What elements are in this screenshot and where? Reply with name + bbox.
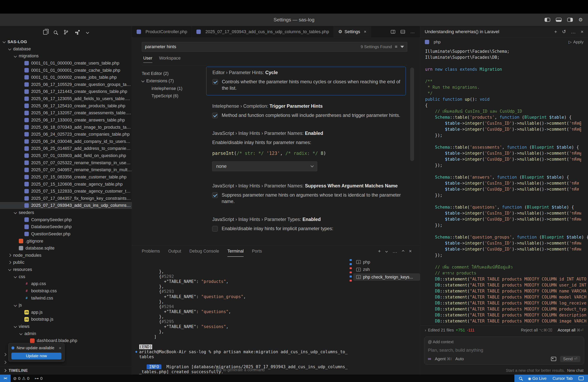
edited-files-label[interactable]: Edited 21 files: [428, 328, 454, 332]
tree-item[interactable]: 2025_07_07_025322_rename_timestamp_in_us…: [0, 159, 132, 166]
panel-tab-output[interactable]: Output: [168, 246, 181, 257]
chat-code-block[interactable]: Illuminate\Support\Facades\Schema;Illumi…: [420, 47, 588, 326]
toggle-bottom-panel-icon[interactable]: [556, 18, 561, 22]
editor-tab[interactable]: ProductController.php: [132, 26, 192, 37]
tree-item[interactable]: 2025_07_15_083356_create_customer_table.…: [0, 173, 132, 181]
close-icon[interactable]: ×: [581, 29, 583, 35]
toc-item[interactable]: intelephense (1): [142, 85, 205, 92]
editor-tab[interactable]: 2025_07_17_093943_add_cus_ins_udp_column…: [192, 26, 334, 37]
tree-item[interactable]: 2025_06_17_123055_add_fields_to_users_ta…: [0, 95, 132, 102]
setting-checkbox[interactable]: [212, 192, 218, 198]
remote-indicator[interactable]: ><: [0, 375, 11, 382]
toc-item[interactable]: Text Editor (2): [142, 70, 205, 77]
panel-tab-debug-console[interactable]: Debug Console: [189, 246, 219, 257]
scope-tab-workspace[interactable]: Workspace: [159, 56, 181, 63]
new-chat-link[interactable]: New chat: [567, 368, 583, 373]
tree-item[interactable]: 2025_07_01_033903_add_field_on_question.…: [0, 152, 132, 159]
editor-tab[interactable]: ⚙Settings×: [334, 26, 371, 37]
chevron-right-icon[interactable]: ›: [425, 328, 426, 332]
tree-item[interactable]: 0001_01_01_000001_create_cache_table.php: [0, 67, 132, 74]
update-now-button[interactable]: Update now: [11, 353, 61, 360]
history-icon[interactable]: ↺: [562, 29, 566, 35]
add-context-button[interactable]: @ Add context: [428, 340, 580, 344]
extensions-icon[interactable]: [75, 30, 80, 35]
cursor-tab-toggle[interactable]: Cursor Tab: [553, 376, 573, 381]
timeline-section-header[interactable]: TIMELINE: [0, 366, 132, 375]
model-selector[interactable]: Auto: [455, 356, 464, 361]
clear-filters-icon[interactable]: ≡: [395, 45, 398, 49]
maximize-panel-icon[interactable]: [402, 250, 404, 252]
split-editor-icon[interactable]: [391, 30, 395, 34]
chevron-down-icon[interactable]: [385, 250, 388, 252]
more-actions-icon[interactable]: …: [410, 29, 415, 34]
tree-item[interactable]: database.sqlite: [0, 245, 132, 252]
tree-item[interactable]: 2025_06_25_014657_add_address_to_compani…: [0, 145, 132, 152]
filter-icon[interactable]: [400, 46, 404, 48]
tree-item[interactable]: #app.css: [0, 280, 132, 287]
settings-gear-icon[interactable]: ⚙: [578, 17, 583, 22]
send-button[interactable]: Send⏎: [560, 356, 580, 362]
terminal-list-item[interactable]: php: [353, 258, 420, 266]
search-icon[interactable]: [54, 31, 57, 34]
tree-item[interactable]: public: [0, 259, 132, 266]
close-panel-icon[interactable]: ×: [409, 248, 412, 254]
accept-all-button[interactable]: Accept all ⌘⏎: [558, 328, 584, 332]
panel-tab-terminal[interactable]: Terminal: [227, 246, 244, 257]
more-actions-icon[interactable]: …: [392, 248, 397, 254]
toc-item[interactable]: TypeScript (6): [142, 92, 205, 100]
search-icon[interactable]: [519, 377, 522, 380]
tree-item[interactable]: js: [0, 302, 132, 309]
tree-item[interactable]: 2025_06_17_125410_create_products_table.…: [0, 102, 132, 110]
editor-layout-icon[interactable]: [400, 30, 405, 34]
scrollbar[interactable]: [410, 68, 414, 161]
tree-item[interactable]: node_modules: [0, 252, 132, 259]
tree-item[interactable]: 2025_06_18_070343_add_image_to_products_…: [0, 124, 132, 131]
terminal-list-item[interactable]: php check_foreign_keys...: [353, 273, 420, 281]
tree-item[interactable]: 2025_07_17_084357_fix_foreign_key_constr…: [0, 195, 132, 202]
tree-item[interactable]: 2025_07_15_120608_create_agency_table.ph…: [0, 181, 132, 188]
tree-item[interactable]: JSbootstrap.js: [0, 316, 132, 323]
attach-image-icon[interactable]: [551, 357, 556, 361]
tree-item[interactable]: database: [0, 45, 132, 53]
tree-item[interactable]: SAS-LOG: [0, 38, 132, 45]
keyboard-icon[interactable]: [579, 376, 583, 380]
tree-item[interactable]: #tailwind.css: [0, 294, 132, 302]
tree-item[interactable]: CompanySeeder.php: [0, 216, 132, 223]
new-chat-icon[interactable]: +: [554, 29, 557, 35]
tree-item[interactable]: 2025_06_24_025723_create_companies_table…: [0, 131, 132, 138]
chevron-down-icon[interactable]: [86, 31, 89, 34]
tree-item[interactable]: seeders: [0, 209, 132, 216]
close-icon[interactable]: ×: [59, 346, 61, 350]
more-actions-icon[interactable]: …: [571, 29, 576, 35]
go-live-button[interactable]: ◉ Go Live: [528, 376, 546, 381]
tree-item[interactable]: migrations: [0, 53, 132, 60]
toggle-right-panel-icon[interactable]: [567, 18, 573, 22]
toc-item[interactable]: Extensions (7): [142, 77, 205, 85]
terminal-list-item[interactable]: zsh: [353, 266, 420, 273]
tree-item[interactable]: DatabaseSeeder.php: [0, 223, 132, 230]
scope-tab-user[interactable]: User: [143, 56, 152, 63]
source-control-icon[interactable]: [63, 30, 69, 35]
tree-item[interactable]: JSapp.js: [0, 309, 132, 316]
tree-item[interactable]: 2025_06_17_133003_create_answers_table.p…: [0, 116, 132, 124]
close-icon[interactable]: ×: [364, 29, 366, 34]
problems-status[interactable]: ⊘0 ⚠0: [11, 375, 32, 382]
panel-tab-problems[interactable]: Problems: [142, 246, 160, 257]
tree-item[interactable]: resources: [0, 266, 132, 273]
tree-item[interactable]: .gitignore: [0, 238, 132, 245]
apply-button[interactable]: ▷ Apply: [568, 39, 584, 44]
toggle-left-panel-icon[interactable]: [545, 18, 550, 22]
tree-item[interactable]: 2025_06_17_121443_create_questions_table…: [0, 88, 132, 95]
tree-item[interactable]: 0001_01_01_000000_create_users_table.php: [0, 59, 132, 67]
explorer-icon[interactable]: [43, 30, 47, 35]
tree-item[interactable]: css: [0, 273, 132, 280]
settings-search-input[interactable]: [145, 44, 358, 49]
tree-item[interactable]: #bootstrap.css: [0, 287, 132, 294]
chat-input-box[interactable]: @ Add context Plan, search, build anythi…: [424, 336, 584, 365]
tree-item[interactable]: 2025_07_07_040957_rename_timestamp_in_mu…: [0, 166, 132, 174]
terminal-output[interactable]: }, {#5292 +"TABLE_NAME": "products", }, …: [132, 257, 348, 375]
setting-select[interactable]: none: [212, 161, 317, 171]
reject-all-button[interactable]: Reject all ⌥⌘⌫: [521, 328, 552, 332]
tree-item[interactable]: 2025_07_15_122833_create_agency_customer…: [0, 188, 132, 195]
new-terminal-icon[interactable]: +: [378, 248, 381, 254]
